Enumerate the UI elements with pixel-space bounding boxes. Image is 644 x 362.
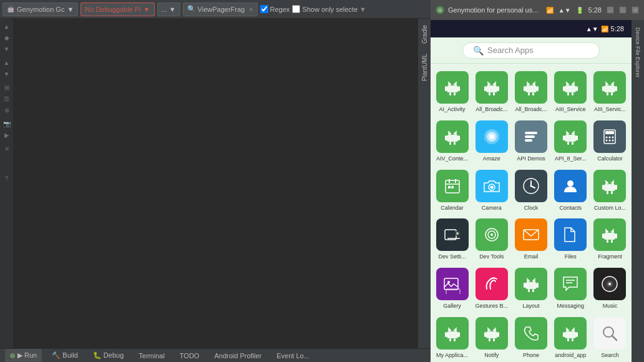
ide-status-bar: ▶ Run 🔨 Build 🐛 Debug Terminal TODO Andr… — [0, 348, 431, 362]
app-item[interactable]: Clock — [512, 167, 550, 214]
app-item[interactable]: Calendar — [433, 167, 471, 214]
svg-point-89 — [567, 180, 573, 187]
show-only-checkbox[interactable]: Show only selecte ▼ — [292, 5, 366, 13]
app-item[interactable]: All_Broadc... — [472, 69, 510, 115]
svg-rect-136 — [447, 331, 458, 338]
app-item[interactable]: Dev Setti... — [433, 216, 471, 263]
svg-rect-21 — [524, 86, 525, 91]
app-item[interactable]: AIII_Servic... — [591, 69, 629, 115]
svg-rect-38 — [604, 86, 615, 92]
app-item[interactable]: Layout — [512, 265, 550, 312]
show-only-check-input[interactable] — [292, 5, 300, 13]
app-item[interactable]: Phone — [512, 315, 550, 361]
app-item[interactable]: Contacts — [552, 167, 590, 214]
app-item[interactable]: Camera — [472, 167, 510, 214]
svg-rect-33 — [572, 92, 573, 95]
app-item[interactable]: Custom Lo... — [591, 167, 629, 214]
gradle-side-panel: Gradle PlantUML — [418, 19, 431, 348]
svg-rect-125 — [528, 289, 530, 292]
app-icon — [476, 268, 508, 300]
app-icon — [436, 268, 469, 300]
profiler-tab[interactable]: Android Profiler — [209, 349, 266, 363]
app-label: Email — [524, 253, 539, 260]
svg-point-75 — [609, 139, 611, 141]
app-item[interactable]: Dev Tools — [472, 216, 510, 263]
app-item[interactable]: Notify — [472, 315, 510, 361]
app-item[interactable]: Email — [512, 216, 550, 263]
search-apps-input[interactable]: 🔍 Search Apps — [462, 42, 600, 59]
app-item[interactable]: My Applica... — [433, 315, 471, 361]
app-label: Gestures B... — [476, 303, 509, 310]
app-item[interactable]: Music — [591, 265, 629, 312]
app-item[interactable]: Search — [591, 315, 629, 361]
minimize-btn[interactable]: — — [607, 6, 614, 14]
svg-rect-2 — [447, 86, 458, 92]
app-item[interactable]: AI_Activity — [433, 69, 471, 115]
svg-point-103 — [456, 232, 459, 235]
app-icon — [436, 170, 469, 202]
regex-check-input[interactable] — [260, 5, 268, 13]
app-row-5: My Applica... Notify Phone android_app S… — [433, 315, 629, 361]
more-btn[interactable]: ... ▼ — [157, 2, 180, 16]
app-item[interactable]: API_8_Ser... — [552, 118, 590, 165]
wifi-status-icon: ▲▼ — [586, 26, 598, 32]
todo-tab[interactable]: TODO — [175, 349, 205, 363]
device-file-explorer-tab[interactable]: Device File Explorer — [632, 20, 644, 362]
app-item[interactable]: Files — [552, 216, 590, 263]
app-item[interactable]: Amaze — [472, 118, 510, 165]
maximize-btn[interactable]: □ — [619, 6, 627, 14]
ide-content-area — [14, 19, 418, 348]
app-item[interactable]: API Demos — [512, 118, 550, 165]
app-item[interactable]: android_app — [552, 315, 590, 361]
app-label: Messaging — [557, 303, 584, 310]
app-item[interactable]: All_Broadc... — [512, 69, 550, 115]
debug-tab[interactable]: 🐛 Debug — [88, 349, 129, 363]
app-item[interactable]: AIII_Service — [552, 69, 590, 115]
svg-rect-117 — [444, 278, 458, 290]
app-item[interactable]: Messaging — [552, 265, 590, 312]
app-icon — [593, 317, 626, 350]
svg-rect-124 — [537, 283, 539, 288]
close-btn[interactable]: ✕ — [632, 6, 639, 14]
app-icon — [476, 218, 508, 251]
debug-dropdown[interactable]: No Debuggable Pi ▼ — [80, 2, 154, 16]
svg-rect-138 — [458, 332, 460, 337]
svg-rect-147 — [497, 332, 499, 337]
gutter-icon-10: ▶ — [2, 130, 12, 140]
app-item[interactable]: Calculator — [591, 118, 629, 165]
svg-rect-149 — [493, 338, 495, 341]
svg-rect-5 — [449, 92, 451, 95]
app-icon — [593, 268, 626, 300]
device-file-explorer-label[interactable]: Device File Explorer — [633, 22, 643, 83]
search-bar[interactable]: 🔍 ViewPagerFrag × — [183, 2, 258, 16]
app-row-2: Calendar Camera Clock Contacts Custom Lo… — [433, 167, 629, 214]
gutter-icon-11: ✕ — [2, 144, 12, 154]
device-dropdown[interactable]: 🤖 Genymotion Gc ▼ — [2, 2, 78, 16]
svg-point-106 — [490, 233, 493, 236]
svg-rect-6 — [454, 92, 456, 95]
svg-rect-65 — [567, 142, 569, 145]
app-item[interactable]: Gestures B... — [472, 265, 510, 312]
app-item[interactable]: Fragment — [591, 216, 629, 263]
app-label: Amaze — [483, 155, 500, 162]
app-icon — [476, 317, 508, 350]
app-icon — [436, 218, 469, 251]
search-close[interactable]: × — [249, 6, 253, 13]
status-bar-icons: ▲▼ 📶 5:28 — [586, 25, 624, 32]
plantuml-tab-label[interactable]: PlantUML — [419, 50, 430, 85]
terminal-tab[interactable]: Terminal — [134, 349, 170, 363]
app-item[interactable]: Gallery — [433, 265, 471, 312]
regex-checkbox[interactable]: Regex — [260, 5, 290, 13]
svg-rect-31 — [576, 86, 578, 91]
event-tab[interactable]: Event Lo... — [271, 349, 315, 363]
gradle-tab-label[interactable]: Gradle — [419, 21, 430, 47]
app-icon — [476, 120, 508, 153]
app-icon — [554, 170, 587, 202]
svg-rect-58 — [525, 135, 535, 138]
svg-rect-112 — [615, 233, 617, 238]
run-tab[interactable]: ▶ Run — [5, 349, 42, 363]
app-item[interactable]: AIV_Conte... — [433, 118, 471, 165]
window-icon: G — [436, 6, 444, 14]
build-tab[interactable]: 🔨 Build — [47, 349, 83, 363]
app-label: Notify — [484, 352, 499, 359]
